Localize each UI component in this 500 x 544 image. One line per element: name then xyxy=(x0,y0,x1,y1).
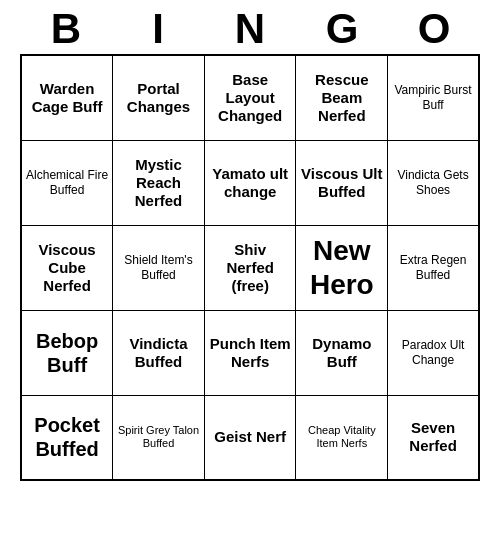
cell-4-1: Spirit Grey Talon Buffed xyxy=(113,395,205,480)
cell-0-1: Portal Changes xyxy=(113,55,205,140)
cell-1-1: Mystic Reach Nerfed xyxy=(113,140,205,225)
cell-1-3: Viscous Ult Buffed xyxy=(296,140,388,225)
bingo-letter-g: G xyxy=(302,8,382,50)
grid-row-3: Bebop BuffVindicta BuffedPunch Item Nerf… xyxy=(21,310,479,395)
cell-3-2: Punch Item Nerfs xyxy=(204,310,296,395)
cell-3-0: Bebop Buff xyxy=(21,310,113,395)
grid-row-0: Warden Cage BuffPortal ChangesBase Layou… xyxy=(21,55,479,140)
cell-0-3: Rescue Beam Nerfed xyxy=(296,55,388,140)
grid-row-4: Pocket BuffedSpirit Grey Talon BuffedGei… xyxy=(21,395,479,480)
cell-0-0: Warden Cage Buff xyxy=(21,55,113,140)
bingo-letter-o: O xyxy=(394,8,474,50)
cell-4-2: Geist Nerf xyxy=(204,395,296,480)
bingo-grid: Warden Cage BuffPortal ChangesBase Layou… xyxy=(20,54,480,481)
cell-4-3: Cheap Vitality Item Nerfs xyxy=(296,395,388,480)
bingo-letter-b: B xyxy=(26,8,106,50)
cell-2-0: Viscous Cube Nerfed xyxy=(21,225,113,310)
cell-4-4: Seven Nerfed xyxy=(388,395,479,480)
cell-3-1: Vindicta Buffed xyxy=(113,310,205,395)
bingo-letter-i: I xyxy=(118,8,198,50)
cell-2-4: Extra Regen Buffed xyxy=(388,225,479,310)
bingo-header: BINGO xyxy=(20,0,480,54)
cell-4-0: Pocket Buffed xyxy=(21,395,113,480)
cell-0-4: Vampiric Burst Buff xyxy=(388,55,479,140)
bingo-letter-n: N xyxy=(210,8,290,50)
grid-row-2: Viscous Cube NerfedShield Item's BuffedS… xyxy=(21,225,479,310)
cell-2-1: Shield Item's Buffed xyxy=(113,225,205,310)
cell-3-3: Dynamo Buff xyxy=(296,310,388,395)
cell-1-2: Yamato ult change xyxy=(204,140,296,225)
cell-1-4: Vindicta Gets Shoes xyxy=(388,140,479,225)
cell-1-0: Alchemical Fire Buffed xyxy=(21,140,113,225)
cell-2-2: Shiv Nerfed (free) xyxy=(204,225,296,310)
cell-3-4: Paradox Ult Change xyxy=(388,310,479,395)
grid-row-1: Alchemical Fire BuffedMystic Reach Nerfe… xyxy=(21,140,479,225)
cell-0-2: Base Layout Changed xyxy=(204,55,296,140)
cell-2-3: New Hero xyxy=(296,225,388,310)
